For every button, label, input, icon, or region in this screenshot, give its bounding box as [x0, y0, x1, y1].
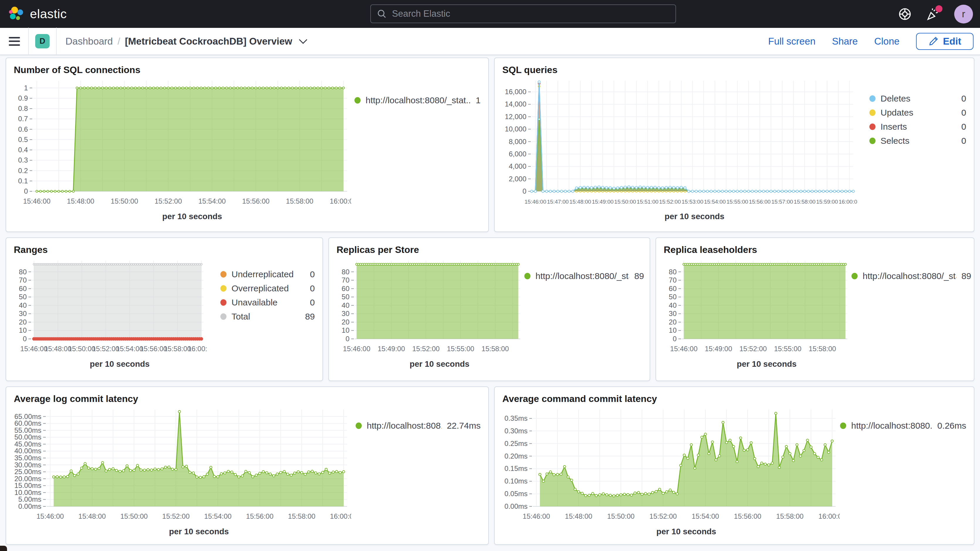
chart-area[interactable]: 8070605040302010015:46:0015:48:0015:50:0…	[14, 256, 207, 358]
chart-canvas[interactable]: 8070605040302010015:46:0015:49:0015:52:0…	[664, 256, 851, 357]
legend-dot-icon	[220, 271, 226, 277]
svg-text:15:55:00: 15:55:00	[774, 345, 801, 353]
chart-canvas[interactable]: 65.00ms60.00ms55.00ms50.00ms45.00ms40.00…	[14, 405, 351, 525]
elastic-logo[interactable]: elastic	[0, 6, 67, 22]
svg-text:0.30ms: 0.30ms	[504, 427, 528, 435]
legend-item[interactable]: http://localhost:8080/_sta...89	[851, 271, 971, 281]
svg-text:15:50:00: 15:50:00	[120, 512, 148, 520]
chevron-down-icon[interactable]	[299, 38, 307, 44]
svg-text:15:49:00: 15:49:00	[705, 345, 732, 353]
legend-dot-icon	[869, 124, 875, 130]
svg-text:15:50:00: 15:50:00	[607, 512, 634, 520]
legend-item[interactable]: http://localhost:8080/_sta...89	[524, 271, 644, 281]
svg-text:2,000: 2,000	[509, 175, 527, 183]
legend-item[interactable]: http://localhost:8080/_stat...1	[355, 96, 480, 105]
svg-text:0.15ms: 0.15ms	[504, 465, 528, 472]
chart-canvas[interactable]: 0.35ms0.30ms0.25ms0.20ms0.15ms0.10ms0.05…	[502, 405, 840, 525]
corner-toast	[0, 546, 7, 551]
legend-label: Deletes	[881, 94, 956, 104]
legend-dot-icon	[869, 96, 875, 102]
svg-text:10: 10	[342, 326, 350, 334]
legend-value: 22.74ms	[447, 421, 480, 431]
legend-item[interactable]: Deletes0	[869, 94, 966, 104]
legend-dot-icon	[220, 313, 226, 320]
svg-text:70: 70	[19, 276, 27, 284]
svg-text:60: 60	[19, 285, 27, 293]
svg-text:15:48:00: 15:48:00	[67, 197, 94, 205]
page-title[interactable]: [Metricbeat CockroachDB] Overview	[125, 36, 292, 47]
svg-text:15:46:00: 15:46:00	[523, 512, 550, 520]
full-screen-button[interactable]: Full screen	[768, 36, 815, 47]
global-search[interactable]	[370, 5, 676, 23]
svg-text:15:46:00: 15:46:00	[37, 512, 64, 520]
legend-label: http://localhost:8080/_sta...	[536, 271, 629, 281]
svg-text:0.1: 0.1	[18, 177, 28, 185]
svg-text:0: 0	[24, 187, 28, 195]
user-avatar[interactable]: r	[954, 5, 973, 24]
legend-item[interactable]: Updates0	[869, 108, 966, 118]
chart-area[interactable]: 0.35ms0.30ms0.25ms0.20ms0.15ms0.10ms0.05…	[502, 405, 840, 526]
legend-item[interactable]: Selects0	[869, 136, 966, 146]
space-initial: D	[40, 37, 46, 46]
space-avatar[interactable]: D	[35, 34, 49, 48]
svg-text:15:48:00: 15:48:00	[570, 199, 591, 205]
legend-value: 89	[634, 271, 644, 281]
clone-button[interactable]: Clone	[874, 36, 899, 47]
svg-text:4,000: 4,000	[509, 162, 527, 170]
legend-value: 0	[310, 283, 315, 293]
chart-area[interactable]: 16,00014,00012,00010,0008,0006,0004,0002…	[502, 76, 858, 211]
legend-dot-icon	[851, 273, 858, 279]
svg-text:15:50:00: 15:50:00	[111, 197, 138, 205]
breadcrumb-dashboard[interactable]: Dashboard	[65, 36, 113, 47]
edit-button[interactable]: Edit	[916, 33, 974, 50]
chart-area[interactable]: 65.00ms60.00ms55.00ms50.00ms45.00ms40.00…	[14, 405, 351, 526]
dashboard-toolbar: D Dashboard / [Metricbeat CockroachDB] O…	[0, 28, 980, 55]
breadcrumb-separator: /	[118, 36, 120, 47]
legend-dot-icon	[356, 422, 362, 429]
svg-text:15:58:00: 15:58:00	[776, 512, 803, 520]
help-icon[interactable]	[898, 7, 912, 21]
legend-item[interactable]: Overreplicated0	[220, 283, 315, 293]
share-button[interactable]: Share	[832, 36, 858, 47]
panel-replicas-per-store: Replicas per Store 8070605040302010015:4…	[328, 237, 650, 381]
svg-text:15:54:00: 15:54:00	[204, 512, 232, 520]
edit-button-label: Edit	[943, 36, 961, 47]
search-input[interactable]	[392, 8, 670, 19]
chart-area[interactable]: 8070605040302010015:46:0015:49:0015:52:0…	[664, 256, 851, 358]
chart-canvas[interactable]: 10.90.80.70.60.50.40.30.20.1015:46:0015:…	[14, 76, 351, 210]
legend-item[interactable]: Unavailable0	[220, 298, 315, 307]
legend-dot-icon	[869, 110, 875, 116]
svg-text:1: 1	[24, 84, 28, 92]
svg-text:6,000: 6,000	[509, 150, 527, 158]
legend-item[interactable]: http://localhost:8080...0.26ms	[840, 421, 966, 431]
svg-text:15:52:00: 15:52:00	[659, 199, 681, 205]
chart-canvas[interactable]: 8070605040302010015:46:0015:49:0015:52:0…	[337, 256, 524, 357]
chart-canvas[interactable]: 8070605040302010015:46:0015:48:0015:50:0…	[14, 256, 207, 357]
panel-sql-queries: SQL queries 16,00014,00012,00010,0008,00…	[494, 57, 974, 232]
legend-item[interactable]: Total89	[220, 312, 315, 322]
svg-text:16:00:00: 16:00:00	[188, 345, 207, 353]
legend-label: Underreplicated	[232, 269, 305, 279]
legend-item[interactable]: http://localhost:808...22.74ms	[356, 421, 480, 431]
svg-text:15:54:00: 15:54:00	[692, 512, 719, 520]
chart-area[interactable]: 8070605040302010015:46:0015:49:0015:52:0…	[337, 256, 524, 358]
legend-item[interactable]: Inserts0	[869, 122, 966, 132]
panel-title: Average log commit latency	[14, 393, 480, 404]
svg-text:70: 70	[669, 276, 677, 284]
newsfeed-icon[interactable]	[926, 7, 940, 21]
legend-item[interactable]: Underreplicated0	[220, 269, 315, 279]
chart-canvas[interactable]: 16,00014,00012,00010,0008,0006,0004,0002…	[502, 76, 858, 210]
svg-text:16:00:00: 16:00:00	[838, 199, 858, 205]
svg-text:0.20ms: 0.20ms	[504, 452, 528, 460]
chart-legend: http://localhost:8080/_sta...89	[851, 256, 971, 369]
svg-text:10,000: 10,000	[505, 125, 527, 133]
legend-dot-icon	[355, 97, 361, 104]
svg-text:0.5: 0.5	[18, 135, 28, 143]
x-axis-label: per 10 seconds	[664, 360, 851, 369]
panel-ranges: Ranges 8070605040302010015:46:0015:48:00…	[6, 237, 323, 381]
svg-text:8,000: 8,000	[509, 138, 527, 145]
svg-text:0.8: 0.8	[18, 104, 28, 112]
menu-icon[interactable]	[9, 37, 20, 46]
svg-text:16:00:00: 16:00:00	[818, 512, 840, 520]
chart-area[interactable]: 10.90.80.70.60.50.40.30.20.1015:46:0015:…	[14, 76, 351, 211]
